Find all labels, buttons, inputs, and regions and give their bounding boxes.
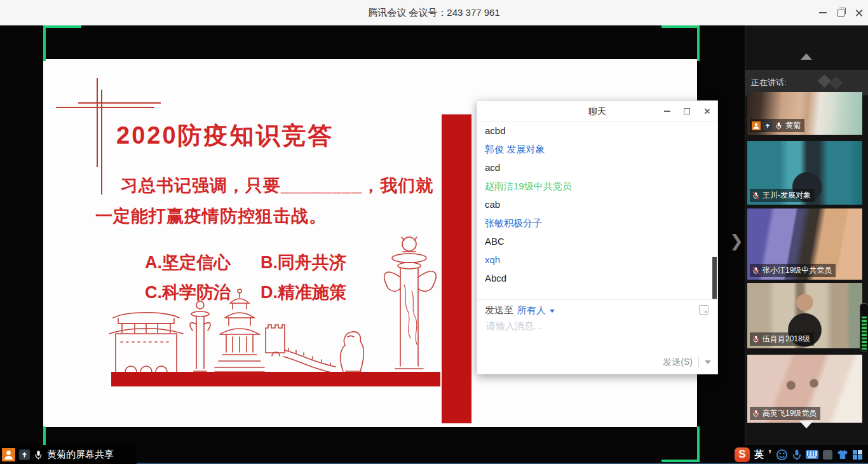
screen: { "window": { "title": "腾讯会议 会议号：243 377… [0,0,868,464]
minimize-icon [664,111,670,112]
restore-icon [837,10,844,17]
participant-video-wangchuan[interactable]: 王川-发展对象 [747,141,862,205]
ime-tool-icon[interactable] [823,450,832,460]
participant-label: 伍肖肖2018级 [750,332,814,346]
speaking-panel: 正在讲话: [745,70,868,95]
send-button[interactable]: 发送(S) [663,357,693,368]
participant-video-huangju[interactable]: 黄菊 [747,92,862,135]
chat-maximize-button[interactable] [682,107,691,116]
chat-window: 聊天 acbd 郭俊 发展对象 acd 赵雨洁19级中共党员 cab 张敏积极分… [477,100,718,374]
share-label: 黄菊的屏幕共享 [47,449,114,461]
chat-message: ABC [485,236,695,247]
chevron-down-icon [550,310,555,313]
chat-message: acd [485,162,695,174]
participant-name: 高英飞19级党员 [763,408,817,419]
chat-sender[interactable]: 郭俊 发展对象 [485,144,695,155]
participant-label: 张小江19级中共党员 [750,264,836,277]
muted-mic-icon [752,335,760,343]
participant-label: 王川-发展对象 [750,189,815,202]
participant-video-wuxiaoxiao[interactable]: 伍肖肖2018级 [747,283,862,348]
decorative-cross-line [101,90,102,194]
window-restore-button[interactable] [831,0,850,25]
ime-punctuation-toggle[interactable]: ’ [768,451,771,458]
slide-red-bar [111,372,440,386]
voice-input-mic-icon[interactable] [792,449,801,460]
slide-title: 2020防疫知识竞答 [116,119,334,152]
participant-video-gaoyingfei[interactable]: 高英飞19级党员 [747,355,862,423]
ime-toolbox-icon[interactable] [853,450,862,460]
skin-tshirt-icon[interactable] [837,449,848,460]
decorative-cross-line [97,78,98,167]
minimize-icon [819,12,827,13]
participant-name: 张小江19级中共党员 [763,265,832,276]
muted-mic-icon [752,191,760,200]
capture-corner-top-left [43,25,81,61]
beijing-landmarks-illustration [108,228,451,375]
ime-toolbar: S 英 ’ [735,445,862,464]
chat-scrollbar[interactable] [712,257,717,299]
send-to-label: 发送至 [485,304,513,317]
send-to-value: 所有人 [517,304,546,317]
window-minimize-button[interactable] [813,0,832,25]
app-titlebar: 腾讯会议 会议号：243 377 961 [0,0,868,26]
chat-titlebar[interactable]: 聊天 [477,101,717,122]
muted-mic-icon [752,266,760,275]
window-close-button[interactable] [849,0,868,25]
presenter-icon [2,448,15,461]
participant-label: 黄菊 [750,119,804,132]
participant-video-zhangxiaojiang[interactable]: 张小江19级中共党员 [747,208,862,280]
chat-sender[interactable]: 张敏积极分子 [485,217,695,229]
capture-corner-top-right [661,25,700,61]
virtual-keyboard-icon[interactable] [806,450,818,459]
scroll-down-arrow[interactable] [745,421,868,428]
screen-share-icon [19,449,30,460]
chat-message-list: acbd 郭俊 发展对象 acd 赵雨洁19级中共党员 cab 张敏积极分子 A… [485,125,695,291]
muted-mic-icon [752,409,760,418]
chat-minimize-button[interactable] [663,107,672,116]
chat-divider [477,299,717,300]
audio-level-fill [862,317,867,350]
participant-name: 黄菊 [785,120,801,131]
speaking-label: 正在讲话: [751,70,787,95]
decorative-cross-line [56,107,154,108]
slide-red-banner [442,114,471,423]
chat-message: acbd [485,125,695,137]
chat-sender[interactable]: 赵雨洁19级中共党员 [485,181,695,192]
scroll-up-arrow[interactable] [745,53,868,60]
mic-on-icon [775,121,783,130]
maximize-icon [684,108,690,114]
send-to-selector[interactable]: 发送至 所有人 [485,304,555,317]
close-icon [703,108,710,114]
triangle-down-icon [799,421,813,428]
audio-level-meter [860,303,868,351]
chat-message: cab [485,199,695,210]
screen-share-icon [763,121,772,130]
meeting-logo-icon [818,74,831,88]
close-icon [855,9,863,17]
meeting-logo-icon [829,76,843,90]
screen-share-indicator[interactable]: 黄菊的屏幕共享 [0,445,137,464]
emoji-icon[interactable] [776,449,788,461]
decorative-cross-line [78,102,161,104]
chat-close-button[interactable] [702,107,711,116]
ime-language-toggle[interactable]: 英 [754,449,764,461]
message-input[interactable] [485,320,697,332]
screenshot-icon[interactable] [699,305,709,315]
divider [698,357,699,368]
capture-corner-bottom-right [661,426,700,462]
sidebar-collapse-chevron[interactable]: ❯ [729,231,743,251]
meeting-title: 腾讯会议 会议号：243 377 961 [0,0,868,25]
mic-on-icon [34,450,43,460]
participant-name: 伍肖肖2018级 [763,334,810,345]
send-options-chevron-icon[interactable] [705,360,711,364]
sogou-logo-icon[interactable]: S [735,447,750,462]
participant-label: 高英飞19级党员 [750,407,820,420]
chat-message: Abcd [485,273,695,284]
chat-sender[interactable]: xqh [485,254,695,266]
quiz-question-line1: 习总书记强调，只要________，我们就 [121,174,433,197]
participant-name: 王川-发展对象 [763,190,811,201]
quiz-question-line2: 一定能打赢疫情防控狙击战。 [95,205,327,228]
triangle-up-icon [801,53,812,60]
presenter-icon [752,121,761,130]
